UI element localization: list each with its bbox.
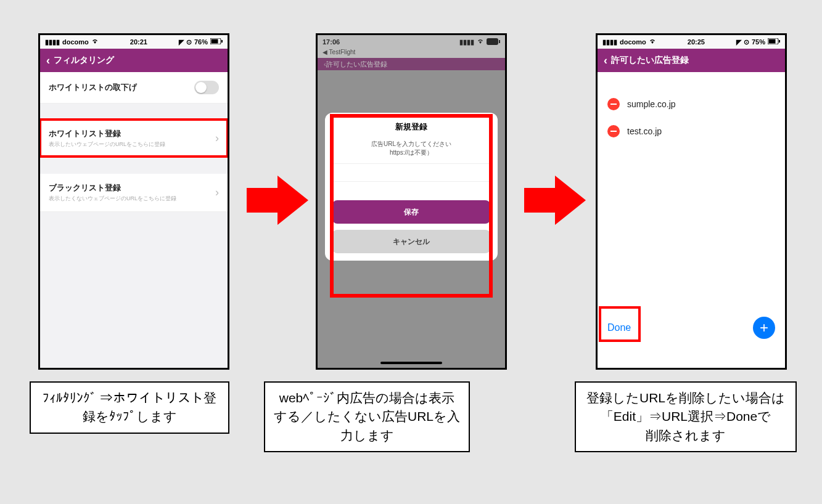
carrier-label: docomo: [620, 38, 646, 46]
list-item[interactable]: sumple.co.jp: [598, 91, 785, 118]
row-whitelist-register[interactable]: ホワイトリスト登録 表示したいウェブページのURLをこちらに登録 ›: [40, 120, 228, 158]
location-icon: ◤: [736, 38, 741, 46]
chevron-right-icon: ›: [215, 186, 219, 199]
delete-icon[interactable]: [607, 98, 620, 110]
modal-title: 新規登録: [332, 121, 490, 132]
row-subtitle: 表示したくないウェブページのURLをこちらに登録: [49, 195, 176, 203]
chevron-right-icon: ›: [215, 132, 219, 145]
nav-title: フィルタリング: [54, 55, 114, 66]
add-button[interactable]: +: [753, 317, 775, 339]
save-button[interactable]: 保存: [332, 200, 490, 224]
cancel-button[interactable]: キャンセル: [332, 230, 490, 253]
arrow-right-icon: [524, 173, 586, 228]
clock: 20:21: [130, 38, 147, 46]
back-chevron-icon[interactable]: ‹: [46, 55, 50, 66]
signal-icon: ▮▮▮▮: [45, 38, 60, 46]
alarm-icon: ⊙: [744, 38, 749, 46]
list-item-label: sumple.co.jp: [627, 99, 676, 109]
battery-label: 75%: [752, 38, 765, 46]
back-chevron-icon[interactable]: ‹: [604, 55, 607, 66]
svg-rect-2: [221, 40, 223, 43]
arrow-right-icon: [247, 173, 308, 228]
nav-bar: ‹ フィルタリング: [40, 49, 228, 72]
plus-icon: +: [760, 319, 768, 336]
svg-rect-7: [779, 40, 780, 43]
signal-icon: ▮▮▮▮: [602, 38, 617, 46]
alarm-icon: ⊙: [186, 38, 192, 46]
location-icon: ◤: [179, 38, 184, 46]
phone-screenshot-3: ▮▮▮▮ docomo 20:25 ◤ ⊙ 75% ‹ 許可したい広告登録: [596, 33, 787, 370]
row-subtitle: 表示したいウェブページのURLをこちらに登録: [49, 140, 165, 148]
modal-hint: 広告URLを入力してください https://は不要）: [332, 140, 490, 157]
carrier-label: docomo: [62, 38, 89, 46]
caption-1: ﾌｨﾙﾀﾘﾝｸﾞ ⇒ホワイトリスト登録をﾀｯﾌﾟします: [30, 381, 229, 434]
toggle-switch[interactable]: [194, 81, 219, 94]
battery-icon: [210, 38, 223, 46]
svg-rect-6: [768, 39, 775, 44]
wifi-icon: [91, 38, 99, 46]
list-item-label: test.co.jp: [627, 126, 662, 136]
delete-icon[interactable]: [607, 125, 620, 137]
row-title: ホワイトリストの取下げ: [49, 82, 137, 93]
nav-title: 許可したい広告登録: [611, 55, 689, 66]
battery-icon: [768, 38, 780, 46]
url-input[interactable]: [332, 164, 490, 181]
row-blacklist-register[interactable]: ブラックリスト登録 表示したくないウェブページのURLをこちらに登録 ›: [40, 174, 228, 212]
clock: 20:25: [688, 38, 705, 46]
status-bar: ▮▮▮▮ docomo 20:25 ◤ ⊙ 75%: [598, 35, 785, 49]
phone-screenshot-1: ▮▮▮▮ docomo 20:21 ◤ ⊙ 76% ‹ フィルタリング: [38, 33, 229, 370]
done-button[interactable]: Done: [607, 322, 631, 333]
phone-screenshot-2: 17:06 ▮▮▮▮ ◀ TestFlight ‹ 許可したい広告登録 新規登録…: [316, 33, 507, 370]
nav-bar: ‹ 許可したい広告登録: [598, 49, 785, 72]
modal-new-registration: 新規登録 広告URLを入力してください https://は不要） 保存 キャンセ…: [325, 113, 498, 261]
caption-2: webﾍﾟｰｼﾞ内広告の場合は表示する／したくない広告URLを入力します: [264, 381, 470, 452]
home-indicator: [380, 362, 442, 364]
list-item[interactable]: test.co.jp: [598, 118, 785, 145]
row-title: ブラックリスト登録: [49, 182, 176, 193]
svg-rect-1: [211, 39, 218, 44]
battery-label: 76%: [194, 38, 208, 46]
row-title: ホワイトリスト登録: [49, 128, 165, 139]
wifi-icon: [649, 38, 656, 46]
caption-3: 登録したURLを削除したい場合は「Edit」⇒URL選択⇒Doneで 削除されま…: [575, 381, 797, 452]
row-whitelist-remove[interactable]: ホワイトリストの取下げ: [40, 72, 228, 104]
status-bar: ▮▮▮▮ docomo 20:21 ◤ ⊙ 76%: [40, 35, 228, 49]
